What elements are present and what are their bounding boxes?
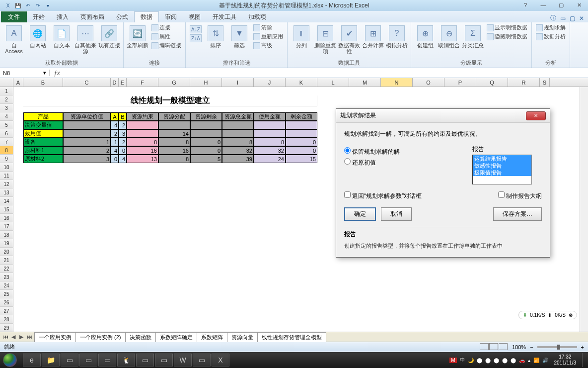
cell[interactable]: 8 [254, 138, 286, 146]
row-header[interactable]: 25 [0, 290, 13, 298]
clear-button[interactable]: 清除 [252, 23, 284, 32]
cell[interactable]: 8 [222, 138, 254, 146]
row-header[interactable]: 3 [0, 104, 13, 112]
subtotal-button[interactable]: Σ分类汇总 [462, 23, 484, 48]
text-to-columns-button[interactable]: ⫿分列 [291, 23, 312, 48]
remove-dup-button[interactable]: ⊟删除重复项 [314, 23, 336, 54]
cell[interactable]: 5 [190, 155, 222, 163]
zoom-out-icon[interactable]: − [530, 344, 533, 350]
cell[interactable] [222, 129, 254, 138]
taskbar-app-icon[interactable]: ▭ [136, 354, 154, 367]
cell[interactable]: 32 [254, 146, 286, 155]
taskbar-app-icon[interactable]: ▭ [98, 354, 116, 367]
taskbar-word-icon[interactable]: W [174, 354, 192, 367]
from-web-button[interactable]: 🌐自网站 [27, 23, 49, 48]
row-header[interactable]: 19 [0, 239, 13, 248]
cell[interactable]: 16 [127, 146, 158, 155]
zoom-level[interactable]: 100% [512, 344, 526, 350]
cell[interactable]: 0 [190, 138, 222, 146]
cell[interactable] [222, 121, 254, 129]
taskbar-ie-icon[interactable]: e [23, 354, 41, 367]
row-header[interactable]: 27 [0, 307, 13, 315]
close-button[interactable]: ✕ [572, 1, 586, 9]
cell[interactable]: 资源总金额 [222, 112, 254, 121]
ungroup-button[interactable]: ⊖取消组合 [438, 23, 460, 48]
row-header[interactable]: 8 [0, 146, 13, 155]
cell[interactable]: 2 [119, 121, 127, 129]
vertical-scrollbar[interactable] [580, 87, 588, 332]
cell[interactable]: 设备 [23, 138, 63, 146]
column-header[interactable]: E [119, 78, 127, 87]
cell[interactable]: 线性规划一般模型建立 [23, 95, 317, 106]
taskbar-app-icon[interactable]: ▭ [79, 354, 97, 367]
cell[interactable] [127, 121, 158, 129]
cell[interactable]: 使用金额 [254, 112, 286, 121]
cell[interactable]: 0 [190, 146, 222, 155]
zoom-slider[interactable] [537, 346, 577, 348]
cell[interactable]: 8 [127, 138, 158, 146]
row-header[interactable]: 6 [0, 129, 13, 138]
row-header[interactable]: 22 [0, 265, 13, 273]
taskbar-excel-icon[interactable]: X [212, 354, 229, 367]
cell[interactable]: 1 [111, 138, 119, 146]
tray-icon[interactable]: ⬤ [502, 358, 508, 363]
row-header[interactable]: 24 [0, 281, 13, 290]
name-box[interactable]: N8▾ [0, 70, 50, 76]
tab-pagelayout[interactable]: 页面布局 [74, 11, 110, 22]
column-header[interactable]: O [413, 78, 444, 87]
sort-az-button[interactable]: A↓ZZ↓A [189, 23, 203, 42]
cell[interactable]: B [119, 112, 127, 121]
tab-addins[interactable]: 加载项 [242, 11, 272, 22]
tab-data[interactable]: 数据 [134, 11, 159, 22]
row-header[interactable]: 21 [0, 256, 13, 265]
return-params-checkbox[interactable]: 返回“规划求解参数”对话框 [344, 191, 422, 200]
system-clock[interactable]: 17:322011/11/3 [551, 354, 580, 366]
ime-indicator[interactable]: 中 [460, 357, 465, 364]
column-header[interactable]: L [317, 78, 349, 87]
ok-button[interactable]: 确定 [344, 207, 376, 221]
qat-dropdown-icon[interactable]: ▾ [44, 1, 52, 9]
sheet-nav-next-icon[interactable]: ▶ [18, 334, 25, 340]
taskbar-app-icon[interactable]: ▭ [155, 354, 173, 367]
ribbon-help-icon[interactable]: ⓘ [550, 14, 556, 22]
column-header[interactable]: H [190, 78, 222, 87]
row-header[interactable]: 17 [0, 222, 13, 231]
tray-network-icon[interactable]: 📶 [533, 358, 539, 363]
sheet-nav-prev-icon[interactable]: ◀ [10, 334, 17, 340]
save-scenario-button[interactable]: 保存方案… [493, 207, 542, 221]
column-header[interactable]: P [444, 78, 476, 87]
ribbon-close-icon[interactable]: ✕ [579, 15, 584, 22]
cell[interactable]: 0 [286, 146, 317, 155]
cell[interactable]: 资源剩余 [190, 112, 222, 121]
tab-insert[interactable]: 插入 [51, 11, 74, 22]
maximize-button[interactable]: ▢ [554, 1, 568, 9]
taskbar-app-icon[interactable]: ▭ [61, 354, 78, 367]
from-text-button[interactable]: 📄自文本 [51, 23, 73, 48]
cell[interactable]: A [111, 112, 119, 121]
row-header[interactable]: 23 [0, 273, 13, 281]
tray-expand-icon[interactable]: ▴ [528, 358, 530, 363]
row-header[interactable]: 16 [0, 214, 13, 222]
tray-moon-icon[interactable]: 🌙 [468, 358, 474, 363]
cell[interactable]: 资源分配 [158, 112, 190, 121]
group-button[interactable]: ⊕创建组 [414, 23, 436, 48]
cell[interactable]: 3 [63, 155, 111, 163]
cell[interactable]: 效用值 [23, 129, 63, 138]
cell[interactable] [127, 129, 158, 138]
row-header[interactable]: 29 [0, 324, 13, 332]
row-header[interactable]: 9 [0, 155, 13, 163]
from-access-button[interactable]: A自 Access [3, 23, 25, 54]
sort-button[interactable]: ⇅排序 [205, 23, 226, 48]
refresh-all-button[interactable]: 🔄全部刷新 [127, 23, 148, 48]
dialog-close-button[interactable]: ✕ [526, 111, 546, 120]
tray-icon[interactable]: ⬤ [494, 358, 499, 363]
cell[interactable]: 资源单位价值 [63, 112, 111, 121]
cell[interactable]: 39 [222, 155, 254, 163]
tab-formulas[interactable]: 公式 [110, 11, 134, 22]
column-header[interactable]: A [13, 78, 23, 87]
cell[interactable]: 2 [119, 138, 127, 146]
column-header[interactable]: B [23, 78, 63, 87]
sheet-tab[interactable]: 系数矩阵确定 [155, 332, 197, 342]
cell[interactable]: 4 [111, 146, 119, 155]
cell[interactable]: 决策变量值 [23, 121, 63, 129]
